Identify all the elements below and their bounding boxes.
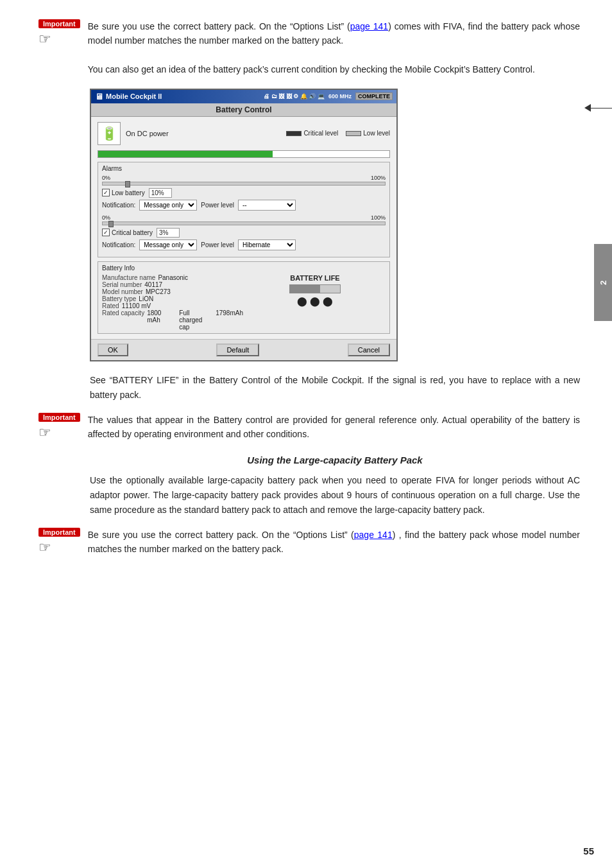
low-battery-checkbox[interactable]: ✓ Low battery [102, 189, 145, 196]
dialog-body: 🔋 On DC power Critical level Low level [91, 117, 396, 339]
critical-checkbox-box[interactable]: ✓ [102, 229, 110, 236]
callout-arrow [584, 104, 591, 112]
full-charged-value: 1798mAh [216, 309, 243, 331]
section-header: Battery Control [91, 103, 396, 117]
power-level-label-2: Power level [201, 241, 234, 248]
life-icon-1: ⬤ [297, 296, 307, 306]
low-checkbox-box[interactable]: ✓ [102, 189, 110, 196]
power-level-select[interactable]: -- [238, 200, 296, 211]
critical-battery-input[interactable]: 3% [157, 228, 180, 238]
important-badge-wrapper: Important ☞ [38, 19, 80, 48]
type-value: LiON [139, 295, 153, 302]
power-level-label: Power level [201, 202, 234, 209]
rated-label: Rated [102, 302, 119, 309]
type-row: Battery type LiON [102, 295, 243, 302]
battery-info-section: Battery Info Manufacture name Panasonic … [98, 261, 390, 334]
dc-power-label: On DC power [126, 130, 169, 137]
page: 2 55 Important ☞ Be sure you use the cor… [0, 0, 612, 868]
important-hand-icon: ☞ [38, 31, 51, 48]
screenshot-area: 🖥 Mobile Cockpit II 🖨 🗂 🖼 🖼 ⚙ 🔔 🔊 💻 600 … [90, 89, 580, 361]
indicator-fill [98, 151, 273, 157]
battery-info-title: Battery Info [102, 265, 386, 272]
power-level-select-2[interactable]: Hibernate [238, 239, 296, 250]
battery-life-icons: ⬤ ⬤ ⬤ [297, 296, 333, 306]
default-button[interactable]: Default [216, 343, 259, 356]
type-label: Battery type [102, 295, 136, 302]
critical-battery-label: Critical battery [112, 229, 153, 236]
dialog-buttons: OK Default Cancel [91, 339, 396, 360]
battery-icon: 🔋 [98, 122, 121, 145]
titlebar-icon: 🖥 [95, 92, 103, 101]
important-badge-wrapper-3: Important ☞ [38, 528, 80, 556]
low-battery-slider[interactable] [102, 182, 386, 186]
model-value: MPC273 [146, 288, 171, 295]
critical-battery-alarm: 0% 100% ✓ Critical battery [102, 214, 386, 250]
important-label: Important [38, 19, 80, 28]
indicator-bar [98, 150, 390, 158]
low-battery-label: Low battery [112, 189, 145, 196]
model-label: Model number [102, 288, 143, 295]
cancel-button[interactable]: Cancel [348, 343, 390, 356]
critical-notification-row: Notification: Message only Power level H… [102, 239, 386, 250]
low-battery-controls: ✓ Low battery 10% [102, 188, 386, 198]
low-slider-thumb[interactable] [125, 181, 130, 187]
important-text-1: Be sure you use the correct battery pack… [88, 19, 580, 77]
options-list-link-3[interactable]: page 141 [354, 530, 393, 540]
battery-life-section: BATTERY LIFE ⬤ ⬤ ⬤ [244, 274, 386, 331]
callout-line [591, 108, 612, 108]
important-badge-wrapper-2: Important ☞ [38, 413, 80, 441]
important-text-2: The values that appear in the Battery co… [88, 413, 580, 442]
serial-value: 40117 [144, 281, 162, 288]
important-label-2: Important [38, 413, 80, 422]
important-block-3: Important ☞ Be sure you use the correct … [38, 528, 580, 557]
life-icon-3: ⬤ [323, 296, 333, 306]
freq-label: 600 MHz [328, 93, 352, 100]
rated-cap-row: Rated capacity 1800 mAh Full charged cap… [102, 309, 243, 331]
alarms-title: Alarms [102, 165, 386, 172]
legend-low: Low level [346, 130, 390, 137]
legend-critical: Critical level [286, 130, 338, 137]
important-block-2: Important ☞ The values that appear in th… [38, 413, 580, 442]
important-hand-icon-3: ☞ [38, 539, 51, 556]
rated-cap-label: Rated capacity [102, 309, 144, 331]
critical-battery-slider[interactable] [102, 221, 386, 225]
critical-bar [286, 131, 302, 136]
battery-life-title: BATTERY LIFE [290, 274, 339, 282]
low-battery-alarm: 0% 100% ✓ Low battery [102, 175, 386, 211]
info-grid: Manufacture name Panasonic Serial number… [102, 274, 386, 331]
manufacture-label: Manufacture name [102, 274, 155, 281]
low-bar [346, 131, 361, 136]
complete-button[interactable]: COMPLETE [355, 92, 393, 100]
low-notification-row: Notification: Message only Power level -… [102, 200, 386, 211]
rated-value: 11100 mV [122, 302, 151, 309]
options-list-link-1[interactable]: page 141 [350, 21, 388, 31]
section-heading: Using the Large-capacity Battery Pack [90, 455, 580, 465]
alarms-section: Alarms 0% 100% [98, 162, 390, 257]
ok-button[interactable]: OK [98, 343, 128, 356]
model-row: Model number MPC273 [102, 288, 243, 295]
important-hand-icon-2: ☞ [38, 424, 51, 441]
toolbar-icons-text: 🖨 🗂 🖼 🖼 ⚙ 🔔 🔊 💻 [264, 93, 325, 100]
important-label-3: Important [38, 528, 80, 537]
percent-labels-2: 0% 100% [102, 214, 386, 221]
titlebar-left: 🖥 Mobile Cockpit II [95, 92, 162, 101]
critical-slider-thumb[interactable] [108, 221, 114, 227]
page-number: 55 [583, 846, 594, 856]
body-text-1: See “BATTERY LIFE” in the Battery Contro… [90, 373, 580, 403]
body-text-2: Use the optionally available large-capac… [90, 473, 580, 517]
important-block-1: Important ☞ Be sure you use the correct … [38, 19, 580, 77]
dialog-title: Mobile Cockpit II [106, 92, 162, 100]
notification-select[interactable]: Message only [139, 200, 197, 211]
low-battery-input[interactable]: 10% [149, 188, 172, 198]
dialog-box: 🖥 Mobile Cockpit II 🖨 🗂 🖼 🖼 ⚙ 🔔 🔊 💻 600 … [90, 89, 398, 361]
notification-label: Notification: [102, 202, 135, 209]
click-here-callout: Click here. [584, 100, 612, 116]
rated-row: Rated 11100 mV [102, 302, 243, 309]
critical-battery-checkbox[interactable]: ✓ Critical battery [102, 229, 153, 236]
serial-row: Serial number 40117 [102, 281, 243, 288]
rated-cap-value: 1800 mAh [147, 309, 166, 331]
full-charged-label: Full charged cap [179, 309, 210, 331]
notification-select-2[interactable]: Message only [139, 239, 197, 250]
toolbar-row: 🖨 🗂 🖼 🖼 ⚙ 🔔 🔊 💻 600 MHz COMPLETE [264, 92, 393, 100]
manufacture-value: Panasonic [158, 274, 188, 281]
